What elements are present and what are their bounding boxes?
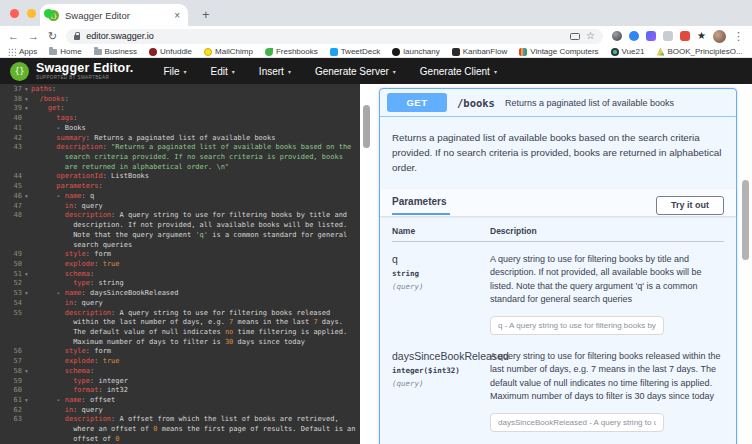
code-line[interactable]: 38▾ /books: [0, 95, 360, 105]
line-number: 56 [0, 347, 22, 357]
bookmark-launchany[interactable]: launchany [392, 47, 439, 56]
fold-spacer [22, 202, 31, 212]
bookmark-vintage-computers[interactable]: Vintage Computers [519, 47, 598, 56]
fold-toggle-icon[interactable]: ▾ [22, 95, 31, 105]
menu-generate-client[interactable]: Generate Client▾ [420, 66, 497, 77]
editor-scrollbar-thumb[interactable] [363, 105, 370, 148]
description-column-header: Description [490, 226, 724, 236]
page-scrollbar-thumb[interactable] [742, 180, 749, 260]
code-line[interactable]: 59 type: integer [0, 377, 360, 387]
editor-scrollbar[interactable] [360, 84, 376, 444]
reload-icon[interactable]: ↻ [48, 31, 57, 42]
code-line[interactable]: 49 style: form [0, 250, 360, 260]
window-minimize-button[interactable] [27, 9, 36, 18]
code-line[interactable]: 56 style: form [0, 347, 360, 357]
bookmark-vue21[interactable]: Vue21 [611, 47, 645, 56]
fold-toggle-icon[interactable]: ▾ [22, 85, 31, 95]
code-line[interactable]: 48 description: A query string to use fo… [0, 211, 360, 221]
code-line[interactable]: Maximum number of days to filter is 30 d… [0, 338, 360, 348]
operation-summary[interactable]: GET /books Returns a paginated list of a… [380, 89, 736, 117]
code-line[interactable]: 54 in: query [0, 299, 360, 309]
try-it-out-button[interactable]: Try it out [656, 196, 724, 215]
code-line[interactable]: within the last number of days, e.g. 7 m… [0, 318, 360, 328]
new-tab-button[interactable]: + [202, 7, 210, 22]
extension-red-icon[interactable] [680, 31, 690, 41]
code-line[interactable]: 50 explode: true [0, 260, 360, 270]
extension-globe-icon[interactable] [612, 31, 622, 41]
code-line[interactable]: Note that the query argument 'q' is a co… [0, 231, 360, 241]
param-input-q[interactable] [490, 316, 664, 335]
code-line[interactable]: offset of 0 [0, 435, 360, 444]
tab-parameters[interactable]: Parameters [392, 196, 450, 215]
tab-close-icon[interactable]: × [174, 10, 180, 21]
bookmark-tweetdeck[interactable]: TweetDeck [330, 47, 381, 56]
code-line[interactable]: are returned in alphabetical order. \n" [0, 163, 360, 173]
address-bar[interactable]: editor.swagger.io ☆ [66, 29, 603, 44]
code-line[interactable]: 43 description: "Returns a paginated lis… [0, 143, 360, 153]
menu-generate-server[interactable]: Generate Server▾ [315, 66, 396, 77]
param-input-daysSinceBookReleased[interactable] [490, 413, 664, 432]
browser-menu-icon[interactable]: ⋮ [733, 31, 744, 42]
code-line[interactable]: 57 explode: true [0, 357, 360, 367]
code-line[interactable]: The default value of null indicates no t… [0, 328, 360, 338]
code-line[interactable]: 42 summary: Returns a paginated list of … [0, 134, 360, 144]
code-line[interactable]: search queries [0, 241, 360, 251]
fold-spacer [22, 377, 31, 387]
fold-toggle-icon[interactable]: ▾ [22, 289, 31, 299]
code-line[interactable]: 39▾ get: [0, 104, 360, 114]
window-close-button[interactable] [10, 9, 19, 18]
window-zoom-button[interactable] [44, 9, 53, 18]
url-text[interactable]: editor.swagger.io [86, 31, 564, 41]
code-line[interactable]: 51▾ schema: [0, 270, 360, 280]
code-line[interactable]: search criteria provided. If no search c… [0, 153, 360, 163]
menu-label: Insert [259, 66, 284, 77]
bookmark-star-icon[interactable]: ☆ [586, 31, 595, 41]
code-line[interactable]: 47 in: query [0, 202, 360, 212]
code-line[interactable]: 52 type: string [0, 279, 360, 289]
code-line[interactable]: 37▾paths: [0, 85, 360, 95]
code-line[interactable]: 53▾ - name: daysSinceBookReleased [0, 289, 360, 299]
code-line[interactable]: 46▾ - name: q [0, 192, 360, 202]
bookmark-mailchimp[interactable]: MailChimp [204, 47, 253, 56]
bookmark-freshbooks[interactable]: Freshbooks [265, 47, 318, 56]
extension-blue-icon[interactable] [629, 31, 639, 41]
fold-toggle-icon[interactable]: ▾ [22, 104, 31, 114]
code-line[interactable]: where an offset of 0 means the first pag… [0, 425, 360, 435]
extension-gradient-icon[interactable] [646, 31, 656, 41]
extension-gray-icon[interactable] [663, 31, 673, 41]
bookmark-business[interactable]: Business [94, 47, 137, 56]
menu-file[interactable]: File▾ [163, 66, 186, 77]
fold-spacer [22, 386, 31, 396]
code-line[interactable]: 62 in: query [0, 406, 360, 416]
menu-insert[interactable]: Insert▾ [259, 66, 291, 77]
code-line[interactable]: description. If not provided, all availa… [0, 221, 360, 231]
code-line[interactable]: 63 description: A offset from which the … [0, 415, 360, 425]
code-line[interactable]: 44 operationId: ListBooks [0, 172, 360, 182]
profile-avatar[interactable] [713, 30, 726, 43]
yaml-editor[interactable]: 37▾paths:38▾ /books:39▾ get:40 tags:41 -… [0, 84, 360, 444]
back-icon[interactable]: ← [8, 31, 19, 42]
code-line[interactable]: 61▾ - name: offset [0, 396, 360, 406]
browser-tab[interactable]: {} Swagger Editor × [40, 4, 188, 26]
pin-icon[interactable]: ★ [697, 31, 706, 41]
fold-toggle-icon[interactable]: ▾ [22, 367, 31, 377]
menu-edit[interactable]: Edit▾ [211, 66, 235, 77]
bookmark-kanbanflow[interactable]: KanbanFlow [452, 47, 507, 56]
forward-icon[interactable]: → [28, 31, 39, 42]
cast-icon[interactable] [570, 33, 580, 40]
bookmark-home[interactable]: Home [49, 47, 81, 56]
bookmark-apps[interactable]: Apps [8, 47, 37, 56]
fold-toggle-icon[interactable]: ▾ [22, 396, 31, 406]
line-number: 38 [0, 95, 22, 105]
code-line[interactable]: 60 format: int32 [0, 386, 360, 396]
fold-toggle-icon[interactable]: ▾ [22, 192, 31, 202]
code-line[interactable]: 55 description: A query string to use fo… [0, 309, 360, 319]
lock-icon[interactable] [74, 35, 80, 40]
bookmark-unfuddle[interactable]: Unfuddle [149, 47, 192, 56]
bookmark-book-principleso-[interactable]: BOOK_PrinciplesO... [656, 47, 742, 56]
code-line[interactable]: 40 tags: [0, 114, 360, 124]
code-line[interactable]: 58▾ schema: [0, 367, 360, 377]
code-line[interactable]: 41 - Books [0, 124, 360, 134]
fold-toggle-icon[interactable]: ▾ [22, 270, 31, 280]
code-line[interactable]: 45 parameters: [0, 182, 360, 192]
